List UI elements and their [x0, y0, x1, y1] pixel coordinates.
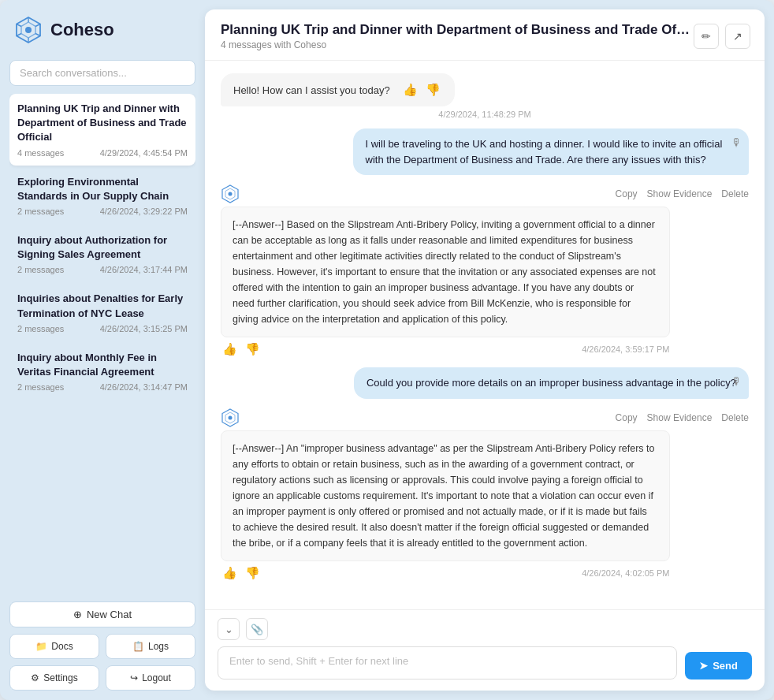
ai-logo-icon: [221, 184, 240, 203]
paperclip-icon: 📎: [251, 624, 263, 635]
attach-button[interactable]: 📎: [246, 618, 268, 640]
new-chat-button[interactable]: ⊕ New Chat: [9, 601, 195, 627]
messages-container: Hello! How can I assist you today? 👍 👎 4…: [205, 61, 765, 609]
conv-date: 4/26/2024, 3:17:44 PM: [100, 265, 188, 274]
conv-title: Exploring Environmental Standards in Our…: [17, 175, 188, 203]
logout-button[interactable]: ↪ Logout: [106, 665, 195, 691]
ai-logo-icon-2: [221, 408, 240, 427]
thumbs-down-ai-1[interactable]: 👎: [244, 341, 262, 358]
ai-time-1: 4/26/2024, 3:59:17 PM: [582, 344, 669, 354]
sidebar-bottom: ⊕ New Chat 📁 Docs 📋 Logs ⚙ Settings ↪: [9, 594, 195, 691]
conv-date: 4/29/2024, 4:45:54 PM: [100, 148, 188, 158]
logo-text: Coheso: [50, 20, 114, 40]
settings-label: Settings: [43, 672, 77, 683]
pencil-icon: ✏: [701, 30, 711, 43]
chat-header: Planning UK Trip and Dinner with Departm…: [205, 9, 765, 61]
expand-button[interactable]: ⌄: [218, 618, 240, 640]
copy-button-1[interactable]: Copy: [616, 188, 638, 199]
svg-point-14: [229, 415, 233, 419]
send-icon: ➤: [699, 660, 708, 672]
list-item[interactable]: Planning UK Trip and Dinner with Departm…: [9, 94, 195, 166]
ai-text-2: [--Answer--] An "improper business advan…: [233, 443, 655, 549]
ai-message-2: Copy Show Evidence Delete [--Answer--] A…: [221, 408, 749, 582]
conversation-list: Planning UK Trip and Dinner with Departm…: [9, 94, 195, 594]
list-item[interactable]: Inquiry about Authorization for Signing …: [9, 225, 195, 282]
conv-message-count: 2 messages: [17, 382, 64, 392]
mic-icon-2: 🎙: [731, 374, 742, 390]
share-icon: ↗: [733, 30, 742, 43]
settings-button[interactable]: ⚙ Settings: [9, 665, 99, 691]
app-container: Coheso Planning UK Trip and Dinner with …: [0, 0, 774, 700]
docs-label: Docs: [51, 641, 73, 652]
ai-message-1: Copy Show Evidence Delete [--Answer--] B…: [221, 184, 749, 358]
chat-area: Planning UK Trip and Dinner with Departm…: [205, 9, 765, 691]
chat-title: Planning UK Trip and Dinner with Departm…: [221, 22, 694, 38]
edit-button[interactable]: ✏: [694, 24, 719, 49]
chat-input-area: ⌄ 📎 ➤ Send: [205, 609, 765, 691]
thumbs-down-ai-2[interactable]: 👎: [244, 564, 262, 582]
thumbs-up-button[interactable]: 👍: [401, 81, 419, 99]
new-chat-label: New Chat: [87, 609, 132, 620]
user-message-2: Could you provide more details on an imp…: [221, 367, 749, 399]
conv-title: Planning UK Trip and Dinner with Departm…: [17, 102, 188, 145]
list-item[interactable]: Inquiry about Monthly Fee in Veritas Fin…: [9, 343, 195, 400]
share-button[interactable]: ↗: [725, 24, 750, 49]
thumbs-down-button[interactable]: 👎: [424, 81, 442, 99]
sidebar: Coheso Planning UK Trip and Dinner with …: [0, 0, 205, 700]
ai-text-1: [--Answer--] Based on the Slipstream Ant…: [233, 219, 656, 325]
search-input[interactable]: [9, 60, 195, 86]
thumbs-up-ai-2[interactable]: 👍: [221, 564, 239, 582]
svg-point-11: [229, 192, 233, 196]
thumbs-up-ai-1[interactable]: 👍: [221, 341, 239, 358]
chat-subtitle: 4 messages with Coheso: [221, 39, 694, 50]
user-message-1: I will be traveling to the UK and hostin…: [221, 128, 749, 175]
mic-icon: 🎙: [731, 135, 742, 151]
send-label: Send: [713, 660, 738, 672]
conv-title: Inquiries about Penalties for Early Term…: [17, 292, 188, 320]
plus-icon: ⊕: [73, 609, 82, 620]
logout-label: Logout: [142, 672, 171, 683]
logs-button[interactable]: 📋 Logs: [106, 634, 195, 659]
gear-icon: ⚙: [31, 672, 39, 683]
logo: Coheso: [9, 13, 195, 47]
list-item[interactable]: Inquiries about Penalties for Early Term…: [9, 284, 195, 341]
logs-icon: 📋: [132, 641, 144, 652]
conv-date: 4/26/2024, 3:14:47 PM: [100, 382, 188, 392]
greeting-message: Hello! How can I assist you today? 👍 👎 4…: [221, 73, 749, 119]
conv-title: Inquiry about Monthly Fee in Veritas Fin…: [17, 351, 188, 379]
ai-time-2: 4/26/2024, 4:02:05 PM: [582, 568, 669, 578]
logs-label: Logs: [148, 641, 169, 652]
conv-date: 4/26/2024, 3:29:22 PM: [100, 207, 188, 216]
delete-button-1[interactable]: Delete: [721, 188, 749, 199]
svg-point-2: [25, 27, 32, 33]
show-evidence-button-1[interactable]: Show Evidence: [647, 188, 713, 199]
expand-icon: ⌄: [225, 624, 233, 635]
folder-icon: 📁: [35, 641, 47, 652]
conv-message-count: 2 messages: [17, 324, 64, 333]
conv-title: Inquiry about Authorization for Signing …: [17, 233, 188, 262]
delete-button-2[interactable]: Delete: [721, 412, 749, 423]
copy-button-2[interactable]: Copy: [616, 412, 638, 423]
logout-icon: ↪: [130, 672, 138, 683]
greeting-time: 4/29/2024, 11:48:29 PM: [221, 110, 749, 119]
send-button[interactable]: ➤ Send: [685, 652, 752, 680]
conv-message-count: 4 messages: [17, 148, 64, 158]
docs-button[interactable]: 📁 Docs: [9, 634, 99, 659]
conv-message-count: 2 messages: [17, 265, 64, 274]
logo-icon: [14, 16, 43, 44]
conv-date: 4/26/2024, 3:15:25 PM: [100, 324, 188, 333]
greeting-text: Hello! How can I assist you today?: [233, 84, 390, 96]
show-evidence-button-2[interactable]: Show Evidence: [647, 412, 713, 423]
chat-input[interactable]: [218, 646, 677, 680]
conv-message-count: 2 messages: [17, 207, 64, 216]
user-text-1: I will be traveling to the UK and hostin…: [366, 138, 723, 166]
user-text-2: Could you provide more details on an imp…: [367, 377, 736, 389]
list-item[interactable]: Exploring Environmental Standards in Our…: [9, 167, 195, 224]
